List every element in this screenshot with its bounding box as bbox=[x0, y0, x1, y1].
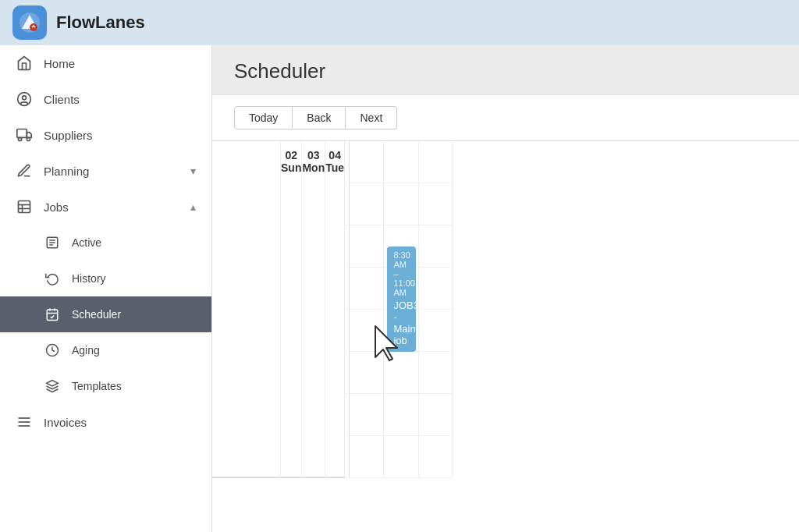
page-title: Scheduler bbox=[234, 59, 777, 83]
cal-cell-row2-col2[interactable] bbox=[419, 225, 453, 268]
aging-icon bbox=[44, 342, 61, 359]
cal-cell-row4-col0[interactable] bbox=[350, 310, 384, 352]
logo bbox=[12, 5, 47, 40]
clients-icon bbox=[16, 90, 33, 108]
sidebar-item-active[interactable]: Active bbox=[0, 225, 211, 261]
sidebar-item-suppliers-label: Suppliers bbox=[44, 129, 196, 142]
sidebar-item-invoices[interactable]: Invoices bbox=[0, 404, 211, 440]
event-time: 8:30 AM – 11:00 AM bbox=[393, 250, 409, 297]
next-button[interactable]: Next bbox=[346, 106, 397, 129]
main-layout: Home Clients Su bbox=[0, 45, 799, 532]
cal-cell-row1-col1[interactable] bbox=[384, 183, 418, 225]
calendar-header-row: 02 Sun03 Mon04 Tue bbox=[212, 141, 281, 478]
top-header: FlowLanes bbox=[0, 0, 799, 45]
sidebar-item-invoices-label: Invoices bbox=[44, 416, 196, 429]
cal-cell-row1-col2[interactable] bbox=[419, 183, 453, 225]
cal-cell-row5-col2[interactable] bbox=[419, 352, 453, 394]
sidebar-item-history[interactable]: History bbox=[0, 261, 211, 296]
jobs-icon bbox=[16, 198, 33, 215]
cal-cell-row1-col0[interactable] bbox=[350, 183, 384, 225]
sidebar-item-clients-label: Clients bbox=[44, 93, 196, 106]
calendar-grid: 02 Sun03 Mon04 Tue6:00 AM7:00 AM8:00 AM9… bbox=[212, 141, 799, 478]
cal-header-02sun: 02 Sun bbox=[281, 141, 302, 478]
active-icon bbox=[44, 234, 61, 251]
svg-point-7 bbox=[27, 137, 30, 140]
svg-point-6 bbox=[19, 137, 22, 140]
sidebar-item-home-label: Home bbox=[44, 57, 196, 70]
content-header: Scheduler bbox=[212, 45, 799, 95]
jobs-chevron: ▴ bbox=[190, 200, 196, 213]
cal-cell-row3-col0[interactable] bbox=[350, 268, 384, 310]
cal-cell-row5-col1[interactable] bbox=[384, 352, 418, 394]
cal-cell-row6-col0[interactable] bbox=[350, 394, 384, 436]
sidebar-item-active-label: Active bbox=[72, 236, 196, 249]
sidebar-item-planning[interactable]: Planning ▾ bbox=[0, 153, 211, 189]
cal-cell-row7-col0[interactable] bbox=[350, 436, 384, 478]
svg-point-4 bbox=[23, 96, 27, 100]
cal-cell-row0-col0[interactable] bbox=[350, 141, 384, 183]
cal-cell-row7-col2[interactable] bbox=[419, 436, 453, 478]
planning-chevron: ▾ bbox=[190, 165, 196, 177]
svg-rect-5 bbox=[17, 129, 27, 138]
sidebar-item-home[interactable]: Home bbox=[0, 45, 211, 81]
sidebar-item-aging-label: Aging bbox=[72, 344, 196, 356]
templates-icon bbox=[44, 378, 61, 395]
sidebar-item-planning-label: Planning bbox=[44, 165, 179, 178]
sidebar-item-jobs-label: Jobs bbox=[44, 200, 179, 214]
content-area: Scheduler Today Back Next 02 Sun03 Mon04… bbox=[212, 45, 799, 532]
scheduler-toolbar: Today Back Next bbox=[212, 95, 799, 141]
svg-rect-16 bbox=[47, 310, 58, 321]
cal-cell-row0-col2[interactable] bbox=[419, 141, 453, 183]
planning-icon bbox=[16, 162, 33, 179]
event-title: JOB3250 - Maintenance job bbox=[393, 300, 409, 346]
calendar-area[interactable]: 02 Sun03 Mon04 Tue6:00 AM7:00 AM8:00 AM9… bbox=[212, 141, 799, 532]
sidebar-item-templates-label: Templates bbox=[72, 380, 196, 392]
sidebar-item-scheduler-label: Scheduler bbox=[72, 308, 196, 321]
today-button[interactable]: Today bbox=[234, 106, 293, 129]
cal-header-04tue: 04 Tue bbox=[325, 141, 345, 478]
cal-cell-row2-col0[interactable] bbox=[350, 225, 384, 268]
sidebar-item-templates[interactable]: Templates bbox=[0, 368, 211, 404]
cal-cell-row7-col1[interactable] bbox=[384, 436, 418, 478]
cal-cell-row6-col2[interactable] bbox=[419, 394, 453, 436]
svg-point-2 bbox=[30, 23, 37, 31]
cal-cell-row0-col1[interactable] bbox=[384, 141, 418, 183]
cal-header-03mon: 03 Mon bbox=[302, 141, 325, 478]
sidebar-item-aging[interactable]: Aging bbox=[0, 332, 211, 368]
calendar-event[interactable]: 8:30 AM – 11:00 AMJOB3250 - Maintenance … bbox=[387, 246, 415, 352]
back-button[interactable]: Back bbox=[293, 106, 346, 129]
sidebar-item-history-label: History bbox=[72, 272, 196, 285]
sidebar-item-clients[interactable]: Clients bbox=[0, 81, 211, 117]
cal-time-header bbox=[212, 141, 281, 478]
scheduler-icon bbox=[44, 306, 61, 323]
app-title: FlowLanes bbox=[56, 12, 145, 33]
sidebar: Home Clients Su bbox=[0, 45, 212, 532]
cal-cell-row6-col1[interactable] bbox=[384, 394, 418, 436]
history-icon bbox=[44, 270, 61, 287]
sidebar-sub-jobs: Active History bbox=[0, 225, 211, 404]
sidebar-item-suppliers[interactable]: Suppliers bbox=[0, 117, 211, 153]
home-icon bbox=[16, 55, 33, 72]
svg-rect-8 bbox=[19, 201, 30, 213]
sidebar-item-jobs[interactable]: Jobs ▴ bbox=[0, 189, 211, 225]
invoices-icon bbox=[16, 413, 33, 431]
sidebar-item-scheduler[interactable]: Scheduler bbox=[0, 296, 211, 332]
cal-cell-row5-col0[interactable] bbox=[350, 352, 384, 394]
suppliers-icon bbox=[16, 126, 33, 144]
